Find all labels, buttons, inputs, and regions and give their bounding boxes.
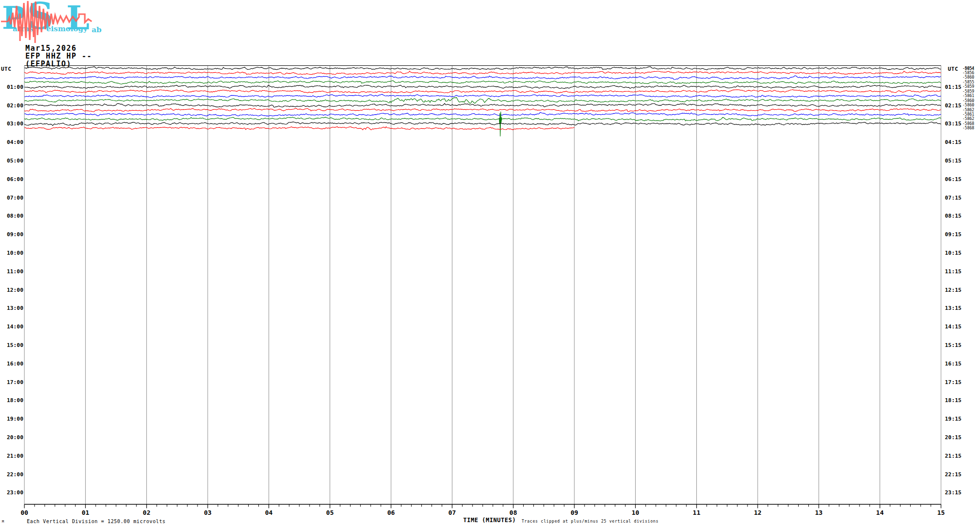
seismo-trace-0115 — [24, 90, 941, 93]
seismo-trace-0200 — [24, 103, 941, 107]
seismo-trace-0315 — [24, 127, 574, 130]
seismo-trace-0145 — [24, 97, 941, 103]
clip-note: Traces clipped at plus/minus 25 vertical… — [522, 519, 659, 524]
seismo-trace-0045 — [24, 81, 941, 84]
seismo-trace-0230 — [24, 112, 941, 116]
plot-area — [0, 0, 980, 527]
seismo-trace-0215 — [24, 108, 941, 112]
helicorder-page: PatrasSeismologyLab Mar15,2026 EFP HHZ H… — [0, 0, 980, 527]
x-axis-title: TIME (MINUTES) — [463, 517, 516, 524]
seismo-trace-0030 — [24, 76, 941, 80]
seismo-trace-0000 — [24, 67, 941, 70]
corner-mark: M — [2, 520, 4, 524]
seismo-trace-0130 — [24, 94, 941, 98]
seismo-trace-0300 — [24, 122, 941, 126]
seismo-trace-0015 — [24, 71, 941, 75]
seismo-trace-0100 — [24, 85, 941, 89]
scale-note: Each Vertical Division = 1250.00 microvo… — [27, 519, 166, 524]
